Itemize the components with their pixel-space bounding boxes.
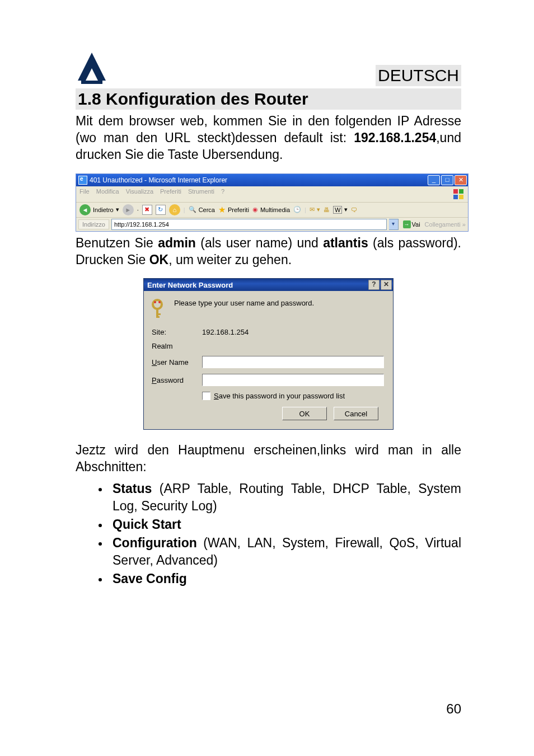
svg-marker-0 (78, 53, 106, 81)
p1-ip: 192.168.1.254 (354, 130, 436, 145)
address-bar-row: Indirizzo http://192.168.1.254 ▾ →Vai Co… (76, 218, 468, 231)
browser-title: 401 Unauthorized - Microsoft Internet Ex… (90, 176, 428, 184)
site-value: 192.168.1.254 (202, 328, 249, 336)
browser-toolbar: ◄Indietro▾ ► · ✖ ↻ ⌂ | 🔍Cerca ★Preferiti… (76, 203, 468, 218)
menu-help[interactable]: ? (221, 188, 224, 200)
svg-rect-4 (453, 195, 458, 199)
minimize-button[interactable]: _ (428, 175, 440, 185)
intro-paragraph-3: Jeztz wird den Hauptmenu erscheinen,link… (76, 442, 461, 476)
links-label[interactable]: Collegamenti » (425, 221, 466, 228)
svg-rect-5 (459, 195, 463, 199)
menu-tools[interactable]: Strumenti (188, 188, 214, 200)
go-button[interactable]: →Vai (401, 219, 423, 229)
svg-rect-3 (459, 189, 463, 194)
menu-view[interactable]: Visualizza (126, 188, 153, 200)
dialog-titlebar: Enter Network Password ? ✕ (144, 279, 393, 291)
mail-button[interactable]: ✉▾ (310, 206, 320, 213)
cancel-button[interactable]: Cancel (334, 407, 378, 420)
p2-atlantis: atlantis (323, 236, 368, 250)
history-button[interactable]: 🕒 (293, 206, 301, 213)
p2-a: Benutzen Sie (76, 236, 158, 250)
p2-admin: admin (158, 236, 196, 250)
browser-window: 401 Unauthorized - Microsoft Internet Ex… (76, 173, 469, 232)
menu-file[interactable]: File (79, 188, 90, 200)
dialog-help-button[interactable]: ? (368, 280, 380, 290)
ok-button[interactable]: OK (282, 407, 327, 420)
refresh-button[interactable]: ↻ (156, 205, 166, 215)
password-dialog: Enter Network Password ? ✕ Please type y… (143, 278, 394, 430)
favorites-button[interactable]: ★Preferiti (218, 205, 249, 215)
svg-rect-11 (156, 316, 160, 318)
brand-logo (76, 50, 108, 86)
forward-button[interactable]: ► (123, 204, 134, 215)
menu-edit[interactable]: Modifica (96, 188, 119, 200)
maximize-button[interactable]: □ (441, 175, 453, 185)
windows-flag-icon (452, 188, 465, 200)
search-button[interactable]: 🔍Cerca (189, 206, 215, 213)
svg-point-7 (154, 301, 156, 303)
language-label: DEUTSCH (378, 66, 459, 84)
svg-point-8 (158, 301, 161, 303)
password-label: Password (152, 376, 202, 384)
section-heading: 1.8 Konfiguration des Router (76, 88, 461, 110)
menu-sections-list: Status (ARP Table, Routing Table, DHCP T… (109, 480, 461, 588)
list-item: Status (ARP Table, Routing Table, DHCP T… (109, 480, 461, 515)
intro-paragraph-2: Benutzen Sie admin (als user name) und a… (76, 235, 461, 269)
list-item: Save Config (109, 570, 461, 588)
p2-b: (als user name) und (196, 236, 323, 250)
page-number: 60 (446, 701, 461, 717)
dialog-intro-text: Please type your user name and password. (174, 299, 314, 307)
print-button[interactable]: 🖶 (324, 206, 330, 213)
browser-titlebar: 401 Unauthorized - Microsoft Internet Ex… (76, 174, 468, 186)
dialog-close-button[interactable]: ✕ (381, 280, 392, 290)
browser-menubar[interactable]: File Modifica Visualizza Preferiti Strum… (76, 186, 468, 203)
svg-rect-2 (453, 189, 458, 194)
menu-favorites[interactable]: Preferiti (160, 188, 181, 200)
back-button[interactable]: ◄Indietro▾ (79, 204, 119, 215)
address-dropdown[interactable]: ▾ (389, 219, 399, 230)
dialog-title: Enter Network Password (147, 281, 367, 289)
realm-label: Realm (152, 342, 202, 350)
edit-button[interactable]: W▾ (333, 206, 348, 214)
site-label: Site: (152, 328, 202, 336)
list-item: Configuration (WAN, LAN, System, Firewal… (109, 534, 461, 569)
home-button[interactable]: ⌂ (169, 204, 180, 215)
address-input[interactable]: http://192.168.1.254 (111, 219, 387, 230)
svg-point-6 (153, 300, 162, 309)
intro-paragraph-1: Mit dem browser web, kommen Sie in den f… (76, 113, 461, 163)
ie-icon (78, 176, 87, 185)
save-password-checkbox[interactable] (202, 392, 210, 400)
address-label: Indirizzo (78, 219, 109, 229)
p2-d: , um weiter zu gehen. (168, 252, 292, 267)
key-icon (152, 299, 168, 320)
stop-button[interactable]: ✖ (142, 205, 152, 215)
media-button[interactable]: ◉Multimedia (252, 206, 290, 213)
discuss-button[interactable]: 🗨 (351, 206, 357, 213)
username-input[interactable] (202, 356, 384, 368)
password-input[interactable] (202, 374, 384, 386)
close-button[interactable]: ✕ (455, 175, 467, 185)
p2-ok: OK (149, 252, 169, 267)
svg-rect-1 (81, 81, 102, 84)
save-password-label: Save this password in your password list (214, 392, 345, 400)
svg-rect-10 (156, 313, 161, 315)
username-label: User Name (152, 358, 202, 367)
list-item: Quick Start (109, 516, 461, 533)
